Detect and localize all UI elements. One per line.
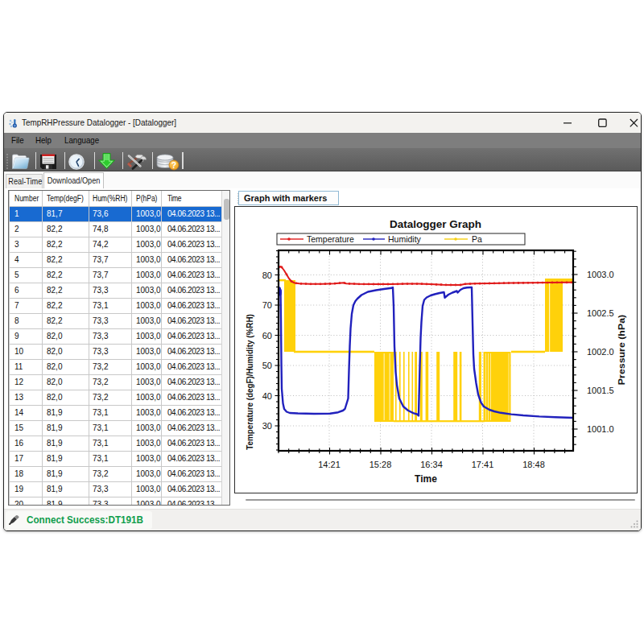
svg-text:?: ? [171, 160, 176, 170]
svg-text:Temperature: Temperature [307, 234, 354, 244]
svg-text:80: 80 [262, 270, 272, 280]
svg-text:14:21: 14:21 [318, 460, 341, 469]
svg-text:Datalogger Graph: Datalogger Graph [390, 218, 481, 230]
svg-text:1001.5: 1001.5 [587, 386, 614, 395]
svg-text:1001.0: 1001.0 [587, 424, 614, 434]
svg-text:60: 60 [262, 331, 272, 341]
svg-text:18:48: 18:48 [522, 460, 545, 469]
svg-text:70: 70 [262, 300, 272, 310]
svg-text:30: 30 [262, 421, 272, 431]
svg-text:17:41: 17:41 [472, 460, 494, 469]
svg-text:16:34: 16:34 [420, 460, 443, 469]
svg-text:15:28: 15:28 [369, 460, 392, 469]
svg-text:50: 50 [262, 361, 272, 370]
svg-text:Time: Time [415, 473, 437, 485]
svg-text:1003.0: 1003.0 [587, 270, 614, 279]
svg-text:1002.0: 1002.0 [587, 347, 614, 357]
svg-text:Pa: Pa [472, 234, 482, 244]
svg-text:Humidity: Humidity [388, 234, 422, 244]
svg-text:1002.5: 1002.5 [587, 308, 614, 318]
svg-text:40: 40 [262, 391, 272, 401]
svg-text:Temperature (degF)/Humidity (%: Temperature (degF)/Humidity (%RH) [244, 314, 254, 450]
svg-text:Pressure (hPa): Pressure (hPa) [616, 315, 626, 385]
